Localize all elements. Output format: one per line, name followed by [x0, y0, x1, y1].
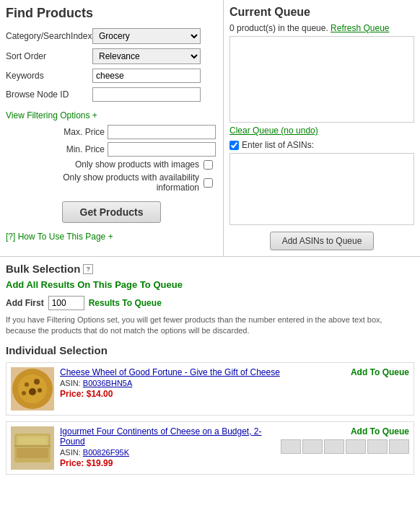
keywords-row: Keywords: [6, 69, 217, 83]
price-value-1: $14.00: [87, 389, 113, 399]
individual-selection-title: Individual Selection: [6, 344, 414, 356]
min-price-label: Min. Price: [47, 144, 105, 154]
product-asin-1: ASIN: B0036BHN5A: [60, 379, 345, 387]
availability-checkbox[interactable]: [204, 178, 213, 188]
get-products-button[interactable]: Get Products: [62, 201, 162, 223]
sort-order-row: Sort Order Relevance Price Sales Rank: [6, 48, 217, 64]
product-asin-2: ASIN: B00826F95K: [60, 448, 281, 457]
add-to-queue-2[interactable]: Add To Queue: [351, 426, 409, 436]
min-price-input[interactable]: [108, 142, 216, 157]
thumb-2: [302, 439, 323, 454]
min-price-row: Min. Price: [6, 142, 217, 157]
bottom-section: Bulk Selection ? Add All Results On This…: [0, 256, 420, 486]
svg-point-3: [34, 379, 40, 385]
queue-box: [229, 36, 414, 123]
queue-status: 0 product(s) in the queue. Refresh Queue: [229, 23, 414, 33]
max-price-label: Max. Price: [47, 127, 105, 137]
category-row: Category/SearchIndex Grocery Books Elect…: [6, 28, 217, 44]
thumb-4: [346, 439, 366, 454]
svg-point-5: [22, 391, 26, 395]
clear-queue-link[interactable]: Clear Queue (no undo): [229, 126, 414, 136]
product-thumbnails-2: [281, 439, 409, 454]
max-price-input[interactable]: [108, 125, 216, 139]
asin-textarea[interactable]: [229, 153, 414, 225]
product-price-1: Price: $14.00: [60, 389, 345, 399]
view-filtering-link[interactable]: View Filtering Options +: [6, 110, 97, 120]
keywords-label: Keywords: [6, 71, 92, 81]
product-image-svg-1: [11, 367, 54, 411]
find-products-title: Find Products: [6, 6, 217, 21]
add-to-queue-1[interactable]: Add To Queue: [351, 367, 409, 377]
price-label-1: Price:: [60, 389, 84, 399]
thumb-3: [324, 439, 344, 454]
add-all-link[interactable]: Add All Results On This Page To Queue: [6, 279, 414, 290]
product-right-2: Add To Queue: [281, 426, 409, 454]
asin-list-checkbox[interactable]: [229, 141, 239, 150]
current-queue-panel: Current Queue 0 product(s) in the queue.…: [224, 0, 420, 256]
add-first-input[interactable]: [48, 296, 84, 310]
browse-node-row: Browse Node ID: [6, 87, 217, 102]
product-price-2: Price: $19.99: [60, 458, 281, 468]
bulk-title-text: Bulk Selection: [6, 263, 80, 275]
add-first-row: Add First Results To Queue: [6, 296, 414, 310]
product-card-2: Igourmet Four Continents of Cheese on a …: [6, 421, 414, 475]
svg-point-4: [29, 388, 36, 395]
bulk-selection-title: Bulk Selection ?: [6, 263, 414, 275]
product-asin-link-1[interactable]: B0036BHN5A: [83, 379, 133, 387]
asin-label-text: Enter list of ASINs:: [242, 140, 314, 150]
how-to-link[interactable]: [?] How To Use This Page +: [6, 232, 217, 242]
category-label: Category/SearchIndex: [6, 31, 92, 41]
product-title-2[interactable]: Igourmet Four Continents of Cheese on a …: [60, 426, 281, 447]
asin-label-row: Enter list of ASINs:: [229, 140, 414, 150]
thumb-1: [281, 439, 301, 454]
sort-order-select[interactable]: Relevance Price Sales Rank: [92, 48, 201, 64]
product-right-1: Add To Queue: [345, 367, 409, 377]
sort-order-label: Sort Order: [6, 51, 92, 61]
queue-status-text: 0 product(s) in the queue.: [229, 23, 328, 33]
category-select[interactable]: Grocery Books Electronics Apparel All: [92, 28, 201, 44]
find-products-panel: Find Products Category/SearchIndex Groce…: [0, 0, 224, 256]
images-checkbox-label: Only show products with images: [75, 159, 199, 170]
availability-checkbox-label: Only show products with availability inf…: [55, 172, 199, 193]
thumb-6: [389, 439, 409, 454]
thumb-5: [367, 439, 388, 454]
images-checkbox-row: Only show products with images: [6, 159, 217, 170]
svg-point-6: [38, 388, 42, 392]
asin-label-1: ASIN:: [60, 379, 81, 387]
product-asin-link-2[interactable]: B00826F95K: [83, 448, 129, 457]
svg-rect-10: [19, 438, 45, 444]
bulk-info-text: If you have Filtering Options set, you w…: [6, 315, 414, 337]
max-price-row: Max. Price: [6, 125, 217, 139]
browse-node-label: Browse Node ID: [6, 89, 92, 100]
product-title-1[interactable]: Cheese Wheel of Good Fortune - Give the …: [60, 367, 345, 377]
product-image-1: [11, 367, 54, 411]
add-asins-button[interactable]: Add ASINs to Queue: [270, 232, 375, 250]
images-checkbox[interactable]: [204, 160, 213, 170]
svg-rect-9: [17, 448, 48, 458]
add-first-label: Add First: [6, 298, 44, 308]
svg-point-2: [25, 382, 29, 387]
product-card-1: Cheese Wheel of Good Fortune - Give the …: [6, 362, 414, 416]
asin-label-2: ASIN:: [60, 448, 81, 457]
product-info-1: Cheese Wheel of Good Fortune - Give the …: [60, 367, 345, 399]
refresh-queue-link[interactable]: Refresh Queue: [331, 23, 389, 33]
availability-checkbox-row: Only show products with availability inf…: [6, 172, 217, 193]
product-image-2: [11, 426, 54, 470]
current-queue-title: Current Queue: [229, 6, 414, 19]
results-to-queue-link[interactable]: Results To Queue: [89, 298, 162, 308]
browse-node-input[interactable]: [92, 87, 201, 102]
bulk-info-icon[interactable]: ?: [83, 264, 93, 274]
price-label-2: Price:: [60, 458, 84, 468]
product-image-svg-2: [11, 426, 54, 470]
keywords-input[interactable]: [92, 69, 201, 83]
product-info-2: Igourmet Four Continents of Cheese on a …: [60, 426, 281, 468]
price-value-2: $19.99: [87, 458, 113, 468]
